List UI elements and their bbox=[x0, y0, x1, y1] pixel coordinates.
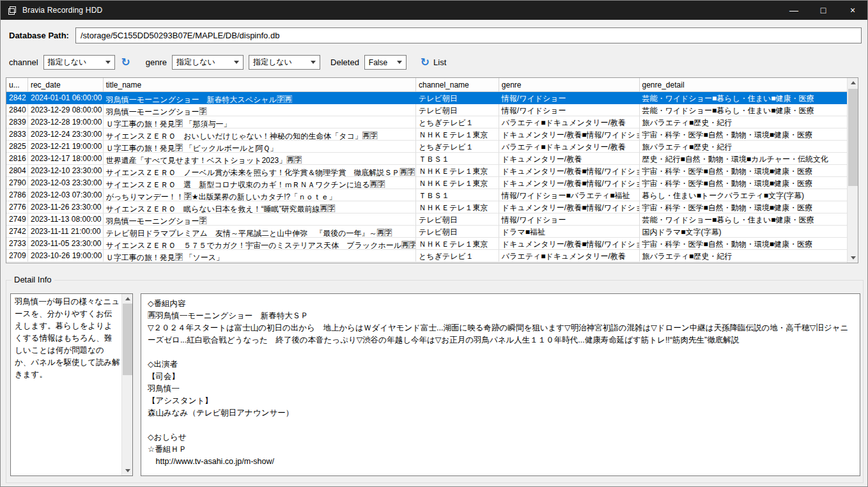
column-header-uid[interactable]: u... bbox=[6, 78, 28, 91]
chevron-down-icon bbox=[311, 61, 316, 64]
cell-genre-detail: 歴史・紀行■自然・動物・環境■カルチャー・伝統文化 bbox=[640, 153, 848, 165]
table-row[interactable]: 2749 2023-11-13 08:00:00 羽鳥慎一モーニングショー🈑 テ… bbox=[6, 213, 847, 226]
genre-detail-select-value: 指定しない bbox=[253, 57, 292, 68]
recordings-table-main: u... rec_date title_name channel_name ge… bbox=[6, 78, 847, 263]
cell-channel-name: とちぎテレビ１ bbox=[416, 116, 499, 128]
cell-uid: 2742 bbox=[6, 226, 28, 238]
summary-text: 羽鳥慎一が毎日の様々なニュースを、分かりやすくお伝えします。暮らしをよりよくする… bbox=[11, 294, 121, 475]
scroll-up-icon[interactable] bbox=[122, 294, 133, 304]
cell-genre-detail: 暮らし・住まい■トークバラエティ■文字(字幕) bbox=[640, 189, 848, 201]
table-body: 2842 2024-01-01 06:00:00 羽鳥慎一モーニングショー 新春… bbox=[6, 92, 847, 263]
channel-label: channel bbox=[9, 58, 38, 67]
table-row[interactable]: 2786 2023-12-03 07:30:00 がっちりマンデー！！🈑★出版業… bbox=[6, 189, 847, 201]
cell-genre: バラエティ■ドキュメンタリー/教養 bbox=[499, 141, 640, 153]
scroll-down-icon[interactable] bbox=[122, 466, 133, 475]
recordings-table: u... rec_date title_name channel_name ge… bbox=[6, 77, 858, 263]
cell-channel-name: ＴＢＳ１ bbox=[416, 189, 499, 201]
table-row[interactable]: 2776 2023-11-26 23:30:00 サイエンスＺＥＲＯ 眠らない日… bbox=[6, 201, 847, 213]
column-header-rec-date[interactable]: rec_date bbox=[28, 78, 104, 91]
cell-genre-detail: 旅バラエティ■歴史・紀行 bbox=[640, 116, 848, 128]
cell-uid: 2842 bbox=[6, 92, 28, 104]
list-button-label: List bbox=[433, 58, 446, 67]
scroll-up-icon[interactable] bbox=[848, 78, 858, 88]
cell-uid: 2816 bbox=[6, 153, 28, 165]
database-path-label: Database Path: bbox=[9, 31, 69, 40]
cell-genre-detail: 旅バラエティ■歴史・紀行 bbox=[640, 141, 848, 153]
table-row[interactable]: 2833 2023-12-24 23:30:00 サイエンスＺＥＲＯ おいしいだ… bbox=[6, 128, 847, 141]
description-textbox[interactable]: ◇番組内容 🈞羽鳥慎一モーニングショー 新春特大ＳＰ ▽２０２４年スタートは富士… bbox=[141, 293, 860, 476]
table-row[interactable]: 2742 2023-11-11 21:00:00 テレビ朝日ドラマプレミアム 友… bbox=[6, 226, 847, 238]
cell-genre: バラエティ■ドキュメンタリー/教養 bbox=[499, 250, 640, 262]
table-row[interactable]: 2840 2023-12-29 08:00:00 羽鳥慎一モーニングショー🈑 テ… bbox=[6, 104, 847, 116]
cell-title-name: サイエンスＺＥＲＯ ノーベル賞が未来を照らす！化学賞＆物理学賞 徹底解説ＳＰ🈞🈑 bbox=[104, 165, 416, 177]
table-row[interactable]: 2842 2024-01-01 06:00:00 羽鳥慎一モーニングショー 新春… bbox=[6, 92, 847, 104]
table-row[interactable]: 2733 2023-11-05 23:30:00 サイエンスＺＥＲＯ ５７５でカ… bbox=[6, 238, 847, 250]
channel-select[interactable]: 指定しない bbox=[43, 55, 115, 70]
table-row[interactable]: 2709 2023-10-26 19:00:00 Ｕ字工事の旅！発見🈑 「ソース… bbox=[6, 250, 847, 262]
cell-genre-detail: 宇宙・科学・医学■自然・動物・環境■健康・医療 bbox=[640, 165, 848, 177]
chevron-down-icon bbox=[105, 61, 111, 64]
cell-uid: 2839 bbox=[6, 116, 28, 128]
cell-rec-date: 2023-12-03 23:30:00 bbox=[28, 177, 104, 189]
cell-genre-detail: 宇宙・科学・医学■自然・動物・環境■健康・医療 bbox=[640, 201, 848, 213]
cell-rec-date: 2023-12-29 08:00:00 bbox=[28, 104, 104, 116]
cell-genre: ドラマ■福祉 bbox=[499, 226, 640, 238]
cell-channel-name: テレビ朝日 bbox=[416, 226, 499, 238]
cell-uid: 2840 bbox=[6, 104, 28, 116]
cell-genre: 情報/ワイドショー■バラエティ■福祉 bbox=[499, 189, 640, 201]
deleted-label: Deleted bbox=[330, 58, 359, 67]
table-header-row: u... rec_date title_name channel_name ge… bbox=[6, 78, 847, 92]
maximize-button[interactable]: □ bbox=[809, 1, 838, 20]
table-row[interactable]: 2825 2023-12-21 19:00:00 Ｕ字工事の旅！発見🈑 「ピック… bbox=[6, 141, 847, 153]
summary-scrollbar-thumb[interactable] bbox=[123, 304, 132, 375]
cell-genre: ドキュメンタリー/教養■情報/ワイドショー bbox=[499, 177, 640, 189]
cell-rec-date: 2023-10-26 19:00:00 bbox=[28, 250, 104, 262]
summary-textbox[interactable]: 羽鳥慎一が毎日の様々なニュースを、分かりやすくお伝えします。暮らしをよりよくする… bbox=[10, 293, 133, 476]
app-window: Bravia Recording HDD — □ × Database Path… bbox=[0, 0, 868, 487]
genre-select[interactable]: 指定しない bbox=[172, 55, 244, 70]
cell-genre: 情報/ワイドショー bbox=[499, 104, 640, 116]
cell-genre-detail: 芸能・ワイドショー■暮らし・住まい■健康・医療 bbox=[640, 104, 848, 116]
cell-channel-name: ＮＨＫＥテレ１東京 bbox=[416, 177, 499, 189]
table-row[interactable]: 2790 2023-12-03 23:30:00 サイエンスＺＥＲＯ 選 新型コ… bbox=[6, 177, 847, 189]
channel-refresh-button[interactable]: ↻ bbox=[121, 57, 130, 68]
column-header-channel-name[interactable]: channel_name bbox=[416, 78, 499, 91]
column-header-genre[interactable]: genre bbox=[499, 78, 640, 91]
cell-genre-detail: 宇宙・科学・医学■自然・動物・環境■健康・医療 bbox=[640, 177, 848, 189]
cell-genre-detail: 宇宙・科学・医学■自然・動物・環境■健康・医療 bbox=[640, 238, 848, 250]
cell-channel-name: テレビ朝日 bbox=[416, 92, 499, 104]
detail-info-label: Detail Info bbox=[12, 275, 54, 284]
genre-detail-select[interactable]: 指定しない bbox=[249, 55, 320, 70]
cell-rec-date: 2023-11-11 21:00:00 bbox=[28, 226, 104, 238]
cell-genre-detail: 国内ドラマ■文字(字幕) bbox=[640, 226, 848, 238]
cell-rec-date: 2023-11-26 23:30:00 bbox=[28, 201, 104, 213]
cell-title-name: 羽鳥慎一モーニングショー 新春特大スペシャル🈑🈞 bbox=[104, 92, 416, 104]
list-button[interactable]: ↻ List bbox=[421, 57, 446, 68]
cell-genre: 情報/ワイドショー bbox=[499, 92, 640, 104]
table-row[interactable]: 2839 2023-12-28 19:00:00 Ｕ字工事の旅！発見🈑 「那須与… bbox=[6, 116, 847, 128]
close-button[interactable]: × bbox=[838, 1, 867, 20]
table-row[interactable]: 2804 2023-12-10 23:30:00 サイエンスＺＥＲＯ ノーベル賞… bbox=[6, 165, 847, 177]
grid-vertical-scrollbar[interactable] bbox=[847, 78, 858, 263]
database-path-input[interactable]: /storage/5C155DD50293B07E/MAPLE/DB/dispi… bbox=[75, 27, 862, 43]
cell-genre-detail: 芸能・ワイドショー■暮らし・住まい■健康・医療 bbox=[640, 213, 848, 226]
cell-channel-name: とちぎテレビ１ bbox=[416, 141, 499, 153]
cell-channel-name: テレビ朝日 bbox=[416, 104, 499, 116]
grid-scrollbar-thumb[interactable] bbox=[848, 89, 858, 186]
cell-rec-date: 2023-12-10 23:30:00 bbox=[28, 165, 104, 177]
cell-genre: ドキュメンタリー/教養■情報/ワイドショー bbox=[499, 201, 640, 213]
column-header-genre-detail[interactable]: genre_detail bbox=[640, 78, 848, 91]
table-row[interactable]: 2816 2023-12-17 18:00:00 世界遺産「すべて見せます！ベス… bbox=[6, 153, 847, 165]
cell-title-name: 羽鳥慎一モーニングショー🈑 bbox=[104, 213, 416, 226]
cell-genre: ドキュメンタリー/教養■情報/ワイドショー bbox=[499, 238, 640, 250]
minimize-button[interactable]: — bbox=[779, 1, 809, 20]
deleted-select[interactable]: False bbox=[364, 55, 407, 70]
database-path-row: Database Path: /storage/5C155DD50293B07E… bbox=[9, 27, 862, 43]
cell-genre: ドキュメンタリー/教養 bbox=[499, 153, 640, 165]
cell-title-name: 世界遺産「すべて見せます！ベストショット2023」🈞🈑 bbox=[104, 153, 416, 165]
summary-scrollbar[interactable] bbox=[121, 294, 132, 475]
scroll-down-icon[interactable] bbox=[848, 253, 858, 263]
cell-channel-name: ＮＨＫＥテレ１東京 bbox=[416, 128, 499, 141]
column-header-title-name[interactable]: title_name bbox=[104, 78, 416, 91]
cell-uid: 2733 bbox=[6, 238, 28, 250]
